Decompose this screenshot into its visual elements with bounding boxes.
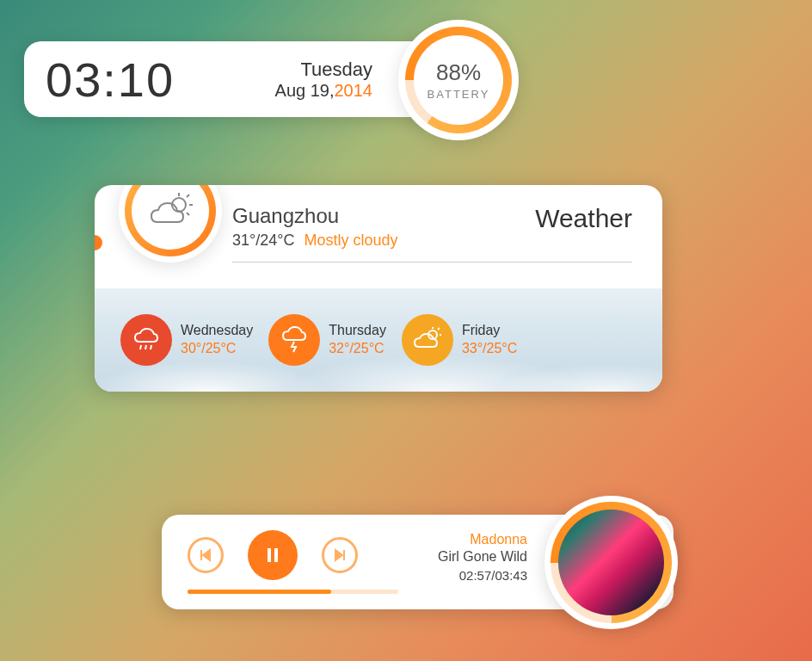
- rain-icon: [120, 314, 172, 366]
- weather-condition: Mostly cloudy: [304, 232, 397, 249]
- clock-day: Tuesday: [275, 59, 372, 81]
- svg-line-6: [145, 345, 146, 349]
- music-progress-fill: [188, 590, 331, 594]
- album-progress-ring-icon: [551, 502, 672, 623]
- divider: [232, 262, 632, 263]
- clock-date-prefix: Aug 19,: [275, 81, 335, 100]
- next-button[interactable]: [322, 537, 358, 573]
- storm-icon: [268, 314, 320, 366]
- forecast-temp: 32°/25°C: [329, 340, 386, 358]
- partly-cloudy-icon: [145, 189, 196, 232]
- pause-icon: [263, 546, 282, 565]
- weather-temps: 31°/24°C: [232, 232, 294, 249]
- clock-year: 2014: [335, 81, 373, 100]
- battery-indicator[interactable]: 88% BATTERY: [398, 20, 519, 140]
- music-widget: Madonna Girl Gone Wild 02:57/03:43: [162, 515, 674, 609]
- clock-widget: 03:10 Tuesday Aug 19,2014 88% BATTERY: [24, 41, 501, 117]
- prev-button[interactable]: [188, 537, 224, 573]
- album-art[interactable]: [544, 496, 678, 629]
- clock-date: Tuesday Aug 19,2014: [275, 59, 372, 101]
- music-artist: Madonna: [438, 532, 527, 547]
- svg-line-3: [187, 195, 189, 197]
- clock-time: 03:10: [46, 52, 175, 108]
- weather-title: Weather: [535, 204, 632, 233]
- clock-full-date: Aug 19,2014: [275, 81, 372, 101]
- forecast-day: Thursday: [329, 322, 386, 340]
- prev-icon: [198, 547, 213, 563]
- svg-line-11: [438, 328, 440, 330]
- pause-button[interactable]: [248, 530, 298, 580]
- forecast-day: Wednesday: [181, 322, 253, 340]
- forecast-item[interactable]: Thursday 32°/25°C: [268, 314, 386, 366]
- next-icon: [332, 547, 348, 563]
- forecast-item[interactable]: Friday 33°/25°C: [402, 314, 517, 366]
- forecast-row: Wednesday 30°/25°C Thursday 32°/25°C Fri…: [95, 288, 662, 392]
- weather-widget: Guangzhou 31°/24°C Mostly cloudy Weather…: [95, 185, 662, 392]
- forecast-item[interactable]: Wednesday 30°/25°C: [120, 314, 253, 366]
- svg-rect-13: [274, 548, 278, 562]
- music-track: Girl Gone Wild: [438, 549, 527, 565]
- music-progress[interactable]: [188, 590, 398, 594]
- music-time: 02:57/03:43: [438, 568, 527, 583]
- weather-city: Guangzhou: [232, 204, 398, 228]
- forecast-temp: 30°/25°C: [181, 340, 253, 358]
- weather-current-temp: 31°/24°C Mostly cloudy: [232, 232, 398, 250]
- music-info: Madonna Girl Gone Wild 02:57/03:43: [438, 532, 527, 583]
- svg-line-4: [187, 213, 189, 215]
- forecast-temp: 33°/25°C: [462, 340, 517, 358]
- battery-percent: 88%: [428, 59, 490, 86]
- forecast-day: Friday: [462, 322, 517, 340]
- battery-label: BATTERY: [428, 88, 490, 101]
- svg-rect-12: [268, 548, 271, 562]
- svg-line-7: [151, 345, 151, 349]
- partly-cloudy-icon: [402, 314, 453, 366]
- svg-line-5: [140, 345, 141, 349]
